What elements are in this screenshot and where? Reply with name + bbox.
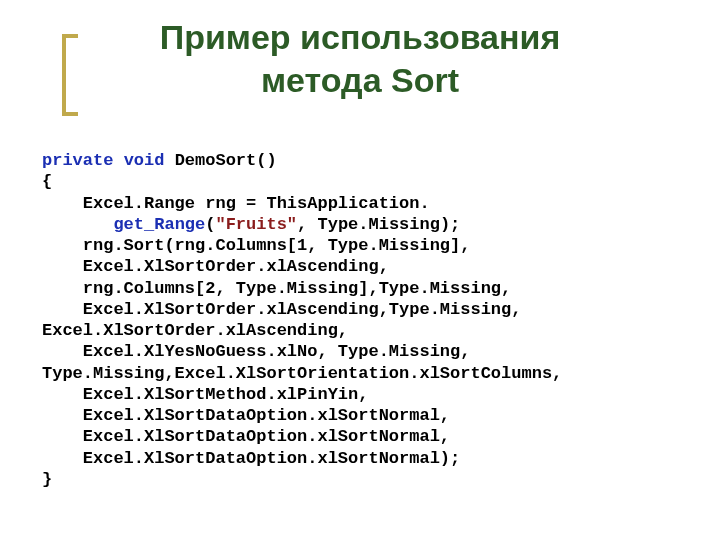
keyword-void: void bbox=[124, 151, 165, 170]
code-text: rng.Sort(rng.Columns[1, Type.Missing], bbox=[42, 236, 470, 255]
code-text: Excel.XlSortMethod.xlPinYin, bbox=[42, 385, 368, 404]
code-text: , Type.Missing); bbox=[297, 215, 460, 234]
code-text: ( bbox=[205, 215, 215, 234]
string-literal: "Fruits" bbox=[215, 215, 297, 234]
code-text bbox=[42, 215, 113, 234]
slide-title: Пример использования метода Sort bbox=[0, 16, 720, 101]
code-text: } bbox=[42, 470, 52, 489]
slide: Пример использования метода Sort private… bbox=[0, 0, 720, 540]
code-text: Excel.XlSortOrder.xlAscending, bbox=[42, 321, 348, 340]
code-text: Excel.Range rng = ThisApplication. bbox=[42, 194, 430, 213]
code-text: Excel.XlSortOrder.xlAscending, bbox=[42, 257, 389, 276]
code-text: Excel.XlYesNoGuess.xlNo, Type.Missing, bbox=[42, 342, 470, 361]
code-text: Excel.XlSortDataOption.xlSortNormal, bbox=[42, 406, 450, 425]
code-text: rng.Columns[2, Type.Missing],Type.Missin… bbox=[42, 279, 511, 298]
keyword-private: private bbox=[42, 151, 113, 170]
code-text: DemoSort() bbox=[164, 151, 276, 170]
code-text: { bbox=[42, 172, 52, 191]
code-block: private void DemoSort() { Excel.Range rn… bbox=[42, 150, 562, 490]
title-line-2: метода Sort bbox=[261, 61, 459, 99]
code-text: Excel.XlSortDataOption.xlSortNormal); bbox=[42, 449, 460, 468]
code-text: Excel.XlSortDataOption.xlSortNormal, bbox=[42, 427, 450, 446]
code-text: Excel.XlSortOrder.xlAscending,Type.Missi… bbox=[42, 300, 521, 319]
code-text: Type.Missing,Excel.XlSortOrientation.xlS… bbox=[42, 364, 562, 383]
method-get-range: get_Range bbox=[113, 215, 205, 234]
title-line-1: Пример использования bbox=[160, 18, 561, 56]
